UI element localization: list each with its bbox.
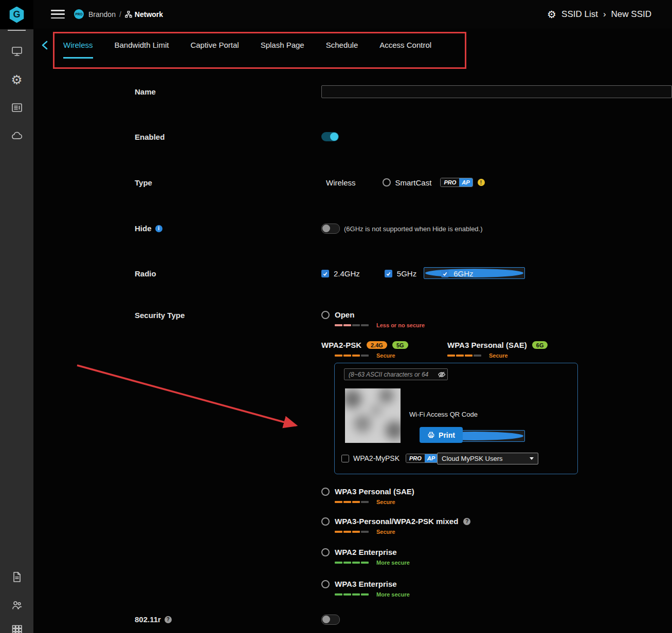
wpa2ent-strength-meter [335,562,369,564]
sidebar: G ⚙ [0,0,33,633]
topbar: PRO Brandon / Network ⚙ SSID List › New … [33,0,672,28]
wpa2psk-note: Secure [376,352,395,359]
chevron-down-icon [530,457,534,460]
mixed-strength-meter [335,531,369,533]
open-label: Open [335,310,354,319]
mypsk-select-value: Cloud MyPSK Users [442,455,502,462]
tab-access-control[interactable]: Access Control [379,30,431,59]
dot11r-help-icon[interactable]: ? [165,616,172,623]
wpa3sae-strength-meter [335,501,369,503]
mixed-radio[interactable] [321,517,330,526]
type-smartcast-radio[interactable] [383,178,391,187]
hide-label: Hide i [135,224,162,233]
security-option-wpa3ent: WPA3 Enterprise More secure [321,580,410,598]
page-title: ⚙ SSID List › New SSID [547,9,651,20]
tabs: Wireless Bandwidth Limit Captive Portal … [63,28,431,60]
wpa2psk-strength-meter [335,355,369,357]
security-option-open: Open Less or no secure [321,310,425,328]
wifi-qr-code [345,388,401,443]
security-option-wpa3sae-6g: WPA3 Personal (SAE) 6G Secure [447,341,548,359]
open-strength-meter [335,324,369,326]
cloud-icon[interactable] [10,129,24,143]
open-radio[interactable] [321,311,330,319]
printer-icon [427,431,435,439]
page-title-main[interactable]: SSID List [561,9,598,20]
tab-splash-page[interactable]: Splash Page [261,30,304,59]
page-title-separator: › [603,9,606,20]
users-icon[interactable] [10,598,24,612]
hide-toggle[interactable] [321,224,340,234]
name-input[interactable] [321,85,672,98]
tab-schedule[interactable]: Schedule [326,30,358,59]
mypsk-select[interactable]: Cloud MyPSK Users [437,453,538,464]
breadcrumb-user[interactable]: Brandon [88,10,116,18]
list-icon[interactable] [10,101,24,115]
security-option-wpa2psk: WPA2-PSK 2.4G 5G Secure [321,341,408,359]
mixed-note: Secure [376,529,395,535]
mypsk-pro-ap-badge: PROAP [406,454,438,463]
security-type-label: Security Type [135,311,185,320]
mixed-label: WPA3-Personal/WPA2-PSK mixed [335,517,458,526]
badge-24g: 2.4G [367,341,387,349]
wpa2ent-note: More secure [376,560,410,566]
passphrase-input[interactable] [344,368,448,380]
wpa3sae-radio[interactable] [321,488,330,496]
security-option-wpa3sae: WPA3 Personal (SAE) Secure [321,487,414,505]
tab-wireless[interactable]: Wireless [63,30,93,59]
radio-6ghz-option: 6GHz [441,269,473,278]
hide-note: (6GHz is not supported when Hide is enab… [344,225,483,233]
hamburger-menu-icon[interactable] [51,10,65,18]
settings-gear-icon[interactable]: ⚙ [547,9,556,20]
breadcrumb-network[interactable]: Network [125,10,163,18]
wpa2psk-label: WPA2-PSK [321,341,361,349]
radio-6ghz-checkbox[interactable] [441,270,449,277]
enabled-label: Enabled [135,133,165,141]
badge-6g: 6G [532,341,548,349]
wpa3ent-strength-meter [335,593,369,595]
page: G ⚙ PRO Brandon / Network [0,0,672,633]
print-button[interactable]: Print [420,427,463,443]
page-title-sub: New SSID [611,9,651,20]
mixed-help-icon[interactable]: ? [463,518,470,525]
qr-code-label: Wi-Fi Access QR Code [409,411,478,418]
gear-icon[interactable]: ⚙ [10,72,24,87]
wpa2ent-radio[interactable] [321,548,330,556]
network-icon [125,11,132,18]
radio-5ghz-label: 5GHz [397,269,416,278]
wpa3sae-6g-note: Secure [489,352,508,359]
mypsk-label: WPA2-MyPSK [353,454,399,462]
wpa3ent-note: More secure [376,591,410,598]
mypsk-checkbox[interactable] [341,455,349,462]
monitor-icon[interactable] [10,44,24,59]
dot11r-toggle[interactable] [321,615,340,625]
badge-5g: 5G [392,341,408,349]
type-wireless-label: Wireless [326,178,356,187]
radio-6ghz-label: 6GHz [453,269,473,278]
enabled-toggle[interactable] [321,132,339,141]
tab-bandwidth-limit[interactable]: Bandwidth Limit [115,30,169,59]
radio-5ghz-checkbox[interactable] [385,270,392,277]
hide-info-icon[interactable]: i [155,225,162,232]
security-option-mixed: WPA3-Personal/WPA2-PSK mixed ? Secure [321,517,470,535]
document-icon[interactable] [10,570,24,584]
smartcast-info-icon[interactable]: ! [478,179,485,186]
eye-off-icon[interactable] [438,370,446,379]
wpa2ent-label: WPA2 Enterprise [335,548,397,556]
grid-icon[interactable] [10,623,24,633]
type-smartcast-label: SmartCast [395,178,432,187]
wpa3sae-label: WPA3 Personal (SAE) [335,487,414,496]
app-logo[interactable]: G [0,0,33,29]
radio-24ghz-checkbox[interactable] [321,270,329,277]
wpa3sae-note: Secure [376,499,395,505]
security-option-wpa2ent: WPA2 Enterprise More secure [321,548,410,566]
tab-captive-portal[interactable]: Captive Portal [190,30,239,59]
radio-24ghz-label: 2.4GHz [334,269,360,278]
open-note: Less or no secure [376,322,425,328]
back-chevron-icon[interactable] [41,40,50,50]
tabbar: Wireless Bandwidth Limit Captive Portal … [33,28,672,67]
type-label: Type [135,178,152,187]
dot11r-label: 802.11r ? [135,615,172,624]
breadcrumb-separator: / [119,10,121,18]
breadcrumb-section-label: Network [135,10,163,18]
wpa3ent-radio[interactable] [321,580,330,588]
